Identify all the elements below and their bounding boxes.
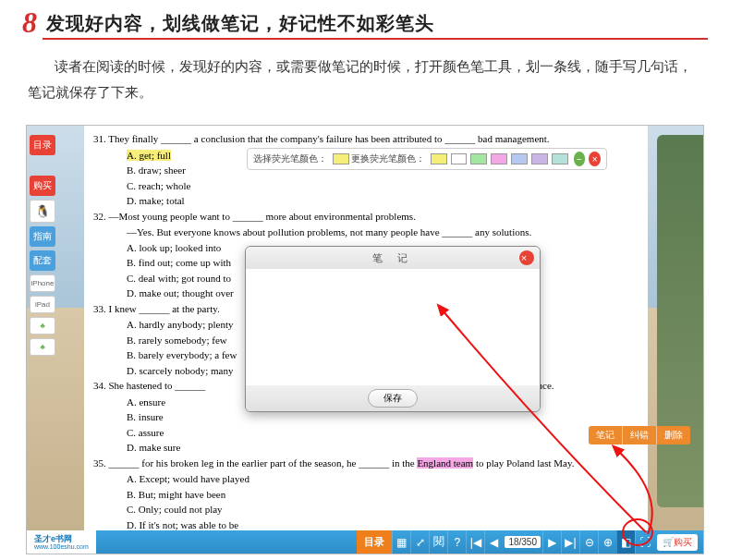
sidebar-toc[interactable]: 目录 bbox=[30, 135, 55, 155]
sidebar: 目录 购买 🐧 指南 配套 iPhone iPad ♣ ♣ bbox=[27, 131, 60, 359]
step-number: 8 bbox=[22, 6, 37, 40]
toolbar-expand-icon[interactable]: ⤢ bbox=[410, 530, 429, 554]
note-dialog-title: 笔 记 × bbox=[246, 247, 540, 269]
context-menu[interactable]: 笔记 纠错 删除 bbox=[589, 426, 690, 444]
q35-opt-b: B. But; might have been bbox=[127, 487, 637, 503]
sidebar-buy[interactable]: 购买 bbox=[30, 176, 55, 196]
toolbar-read-icon[interactable]: 閱 bbox=[429, 530, 447, 554]
toolbar-cart-button[interactable]: 🛒购买 bbox=[657, 534, 698, 551]
sidebar-qq-icon[interactable]: 🐧 bbox=[30, 200, 55, 223]
ctx-note[interactable]: 笔记 bbox=[589, 426, 623, 444]
highlighter-color-bar[interactable]: 选择荧光笔颜色： 更换荧光笔颜色： − × bbox=[247, 148, 607, 170]
q32-line2: —Yes. But everyone knows about pollution… bbox=[127, 225, 637, 240]
toolbar-toc-button[interactable]: 目录 bbox=[357, 530, 392, 554]
color-swatch-1[interactable] bbox=[431, 153, 447, 164]
color-swatch-current[interactable] bbox=[333, 153, 349, 164]
sidebar-android[interactable]: ♣ bbox=[30, 317, 55, 335]
bottom-toolbar: 圣才e书网 www.100eshu.com 目录 ▦ ⤢ 閱 ? |◀ ◀ 18… bbox=[27, 530, 703, 554]
q34-opt-d: D. make sure bbox=[127, 440, 637, 456]
note-textarea[interactable] bbox=[246, 269, 540, 385]
q35-opt-a: A. Except; would have played bbox=[127, 471, 637, 487]
color-swatch-4[interactable] bbox=[491, 153, 507, 164]
color-swatch-2[interactable] bbox=[451, 153, 468, 164]
highlighted-text[interactable]: England team bbox=[417, 457, 473, 469]
reader-frame: 目录 购买 🐧 指南 配套 iPhone iPad ♣ ♣ 31. They f… bbox=[26, 125, 704, 554]
page-indicator[interactable]: 18/350 bbox=[505, 536, 541, 548]
q35-opt-d: D. If it's not; was able to be bbox=[127, 517, 637, 531]
sidebar-guide[interactable]: 指南 bbox=[30, 226, 55, 247]
toolbar-highlighter-icon[interactable]: ◧ bbox=[616, 530, 635, 554]
question-32: 32. —Most young people want to ______ mo… bbox=[93, 209, 637, 225]
toolbar-prev-icon[interactable]: ◀ bbox=[484, 530, 503, 554]
toolbar-grid-icon[interactable]: ▦ bbox=[392, 530, 410, 554]
note-save-button[interactable]: 保存 bbox=[368, 389, 418, 408]
ctx-jiucuo[interactable]: 纠错 bbox=[623, 426, 657, 444]
page-title: 发现好内容，划线做笔记，好记性不如彩笔头 bbox=[46, 6, 434, 36]
color-label-1: 选择荧光笔颜色： bbox=[253, 152, 327, 165]
logo: 圣才e书网 www.100eshu.com bbox=[27, 530, 96, 554]
q35-opt-c: C. Only; could not play bbox=[127, 502, 637, 517]
toolbar-fullscreen-icon[interactable]: ⛶ bbox=[635, 530, 653, 554]
q31-opt-d: D. make; total bbox=[127, 193, 637, 209]
toolbar-zoomout-icon[interactable]: ⊖ bbox=[579, 530, 598, 554]
toolbar-next-icon[interactable]: ▶ bbox=[542, 530, 561, 554]
color-close-icon[interactable]: × bbox=[589, 152, 601, 166]
color-swatch-3[interactable] bbox=[470, 153, 487, 164]
question-31: 31. They finally ______ a conclusion tha… bbox=[93, 131, 637, 147]
toolbar-help-icon[interactable]: ? bbox=[447, 530, 466, 554]
color-swatch-5[interactable] bbox=[511, 153, 528, 164]
question-35: 35. ______ for his broken leg in the ear… bbox=[93, 456, 637, 471]
description: 读者在阅读的时候，发现好的内容，或需要做笔记的时候，打开颜色笔工具，划一条线，随… bbox=[0, 47, 730, 115]
toolbar-zoomin-icon[interactable]: ⊕ bbox=[598, 530, 616, 554]
sidebar-ipad[interactable]: iPad bbox=[30, 296, 55, 313]
sidebar-iphone[interactable]: iPhone bbox=[30, 274, 55, 292]
note-close-icon[interactable]: × bbox=[519, 250, 534, 265]
toolbar-first-icon[interactable]: |◀ bbox=[466, 530, 484, 554]
ctx-delete[interactable]: 删除 bbox=[657, 426, 690, 444]
sidebar-peitao[interactable]: 配套 bbox=[30, 250, 55, 271]
divider bbox=[43, 38, 708, 40]
toolbar-last-icon[interactable]: ▶| bbox=[561, 530, 579, 554]
q34-opt-c: C. assure bbox=[127, 425, 637, 441]
sidebar-android2[interactable]: ♣ bbox=[30, 338, 55, 356]
color-swatch-7[interactable] bbox=[552, 153, 568, 164]
color-label-2: 更换荧光笔颜色： bbox=[351, 152, 425, 165]
q31-opt-c: C. reach; whole bbox=[127, 178, 637, 194]
color-swatch-6[interactable] bbox=[531, 153, 548, 164]
color-delete-icon[interactable]: − bbox=[574, 152, 586, 166]
note-dialog[interactable]: 笔 记 × 保存 bbox=[245, 246, 541, 412]
